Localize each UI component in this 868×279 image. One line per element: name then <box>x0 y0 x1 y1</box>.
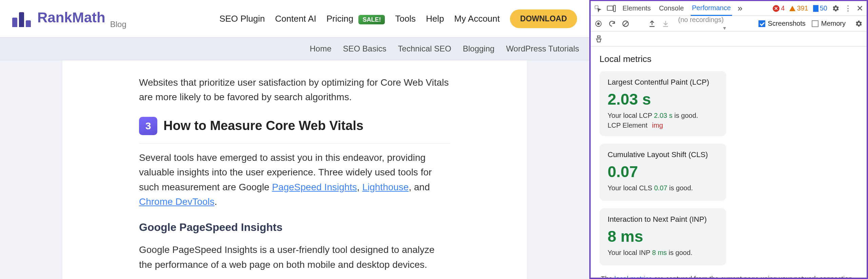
subnav-technical-seo[interactable]: Technical SEO <box>398 44 451 53</box>
record-icon[interactable] <box>595 20 602 27</box>
devtools-close-icon[interactable]: ✕ <box>856 4 863 13</box>
lcp-element-tag[interactable]: img <box>652 122 663 129</box>
logo-mark-icon <box>12 8 33 27</box>
subsection-title: Google PageSpeed Insights <box>139 221 450 234</box>
link-lighthouse[interactable]: Lighthouse <box>362 182 409 192</box>
memory-checkbox[interactable]: Memory <box>812 20 846 27</box>
nav-pricing-label: Pricing <box>327 14 353 24</box>
article-body: Websites that prioritize user satisfacti… <box>62 60 527 279</box>
tools-paragraph: Several tools have emerged to assist you… <box>139 150 450 209</box>
site-logo[interactable]: RankMath Blog <box>12 8 126 29</box>
lcp-card: Largest Contentful Paint (LCP) 2.03 s Yo… <box>599 71 726 136</box>
primary-nav: SEO Plugin Content AI Pricing SALE! Tool… <box>219 9 577 28</box>
collect-garbage-icon[interactable] <box>595 35 603 43</box>
svg-rect-1 <box>607 6 613 10</box>
devtools-settings-icon[interactable] <box>832 5 840 12</box>
psi-description: Google PageSpeed Insights is a user-frie… <box>139 242 450 272</box>
devtools-panel: Elements Console Performance » ✕ 4 391 5… <box>589 0 868 279</box>
secondary-nav: Home SEO Basics Technical SEO Blogging W… <box>0 37 589 60</box>
tab-performance[interactable]: Performance <box>691 1 732 16</box>
section-number-badge: 3 <box>139 117 157 135</box>
download-icon[interactable] <box>662 20 669 27</box>
tab-console[interactable]: Console <box>657 1 685 15</box>
webpage-pane: RankMath Blog SEO Plugin Content AI Pric… <box>0 0 589 279</box>
capture-settings-icon[interactable] <box>855 20 863 27</box>
intro-paragraph: Websites that prioritize user satisfacti… <box>139 75 450 105</box>
local-metrics-title: Local metrics <box>599 54 858 64</box>
cls-title: Cumulative Layout Shift (CLS) <box>608 150 718 159</box>
performance-toolbar: (no recordings) ▼ Screenshots Memory <box>591 16 867 31</box>
error-icon: ✕ <box>773 5 780 12</box>
subnav-home[interactable]: Home <box>310 44 331 53</box>
link-devtools[interactable]: Chrome DevTools <box>139 196 215 207</box>
errors-badge[interactable]: ✕ 4 <box>773 4 785 12</box>
inspect-element-icon[interactable] <box>594 5 601 12</box>
screenshots-checkbox[interactable]: Screenshots <box>758 20 806 27</box>
section-heading: 3 How to Measure Core Web Vitals <box>139 117 450 144</box>
nav-tools[interactable]: Tools <box>395 14 416 24</box>
upload-icon[interactable] <box>648 20 656 27</box>
content-area: Websites that prioritize user satisfacti… <box>0 60 589 279</box>
metrics-footnote: The local metrics are captured from the … <box>599 274 858 278</box>
cls-value: 0.07 <box>608 163 718 181</box>
lcp-element-row: LCP Element img <box>608 122 718 129</box>
inp-title: Interaction to Next Paint (INP) <box>608 215 718 224</box>
reload-record-icon[interactable] <box>608 20 616 27</box>
svg-line-6 <box>624 22 628 25</box>
nav-help[interactable]: Help <box>426 14 444 24</box>
lcp-title: Largest Contentful Paint (LCP) <box>608 78 718 87</box>
inp-value: 8 ms <box>608 227 718 245</box>
lcp-value: 2.03 s <box>608 90 718 108</box>
warning-icon <box>789 6 795 11</box>
local-metrics-section: Local metrics Largest Contentful Paint (… <box>591 46 867 278</box>
local-metrics-link[interactable]: local metrics <box>614 275 652 278</box>
link-pagespeed[interactable]: PageSpeed Insights <box>272 182 357 192</box>
inp-detail: Your local INP 8 ms is good. <box>608 249 718 257</box>
recordings-dropdown[interactable]: (no recordings) ▼ <box>675 15 752 33</box>
flag-icon <box>813 5 818 12</box>
svg-point-4 <box>597 22 599 25</box>
nav-content-ai[interactable]: Content AI <box>275 14 316 24</box>
cls-detail: Your local CLS 0.07 is good. <box>608 184 718 192</box>
subnav-seo-basics[interactable]: SEO Basics <box>343 44 387 53</box>
top-navbar: RankMath Blog SEO Plugin Content AI Pric… <box>0 0 589 37</box>
inp-card: Interaction to Next Paint (INP) 8 ms You… <box>599 208 726 265</box>
download-button[interactable]: DOWNLOAD <box>510 9 577 28</box>
clear-icon[interactable] <box>622 20 629 27</box>
svg-rect-7 <box>597 36 600 38</box>
issues-badge[interactable]: 50 <box>813 4 827 12</box>
svg-rect-2 <box>614 5 616 12</box>
performance-toolbar-2 <box>591 31 867 46</box>
logo-text: RankMath <box>37 9 105 26</box>
nav-seo-plugin[interactable]: SEO Plugin <box>219 14 265 24</box>
subnav-wordpress-tutorials[interactable]: WordPress Tutorials <box>506 44 579 53</box>
more-tabs-icon[interactable]: » <box>737 3 742 14</box>
sale-badge: SALE! <box>358 15 385 24</box>
nav-pricing[interactable]: Pricing SALE! <box>327 14 385 24</box>
checkbox-checked-icon <box>758 20 765 27</box>
devtools-status: ✕ 4 391 50 ⋮ ✕ <box>773 4 863 13</box>
device-toolbar-icon[interactable] <box>607 5 616 12</box>
warnings-badge[interactable]: 391 <box>789 4 808 12</box>
checkbox-empty-icon <box>812 20 818 27</box>
devtools-menu-icon[interactable]: ⋮ <box>844 4 852 13</box>
lcp-detail: Your local LCP 2.03 s is good. <box>608 112 718 120</box>
devtools-tabbar: Elements Console Performance » ✕ 4 391 5… <box>591 1 867 16</box>
cls-card: Cumulative Layout Shift (CLS) 0.07 Your … <box>599 144 726 201</box>
section-title: How to Measure Core Web Vitals <box>163 119 363 133</box>
dropdown-caret-icon: ▼ <box>722 25 727 31</box>
tab-elements[interactable]: Elements <box>621 1 652 15</box>
subnav-blogging[interactable]: Blogging <box>463 44 494 53</box>
logo-suffix: Blog <box>110 20 126 29</box>
nav-my-account[interactable]: My Account <box>454 14 500 24</box>
